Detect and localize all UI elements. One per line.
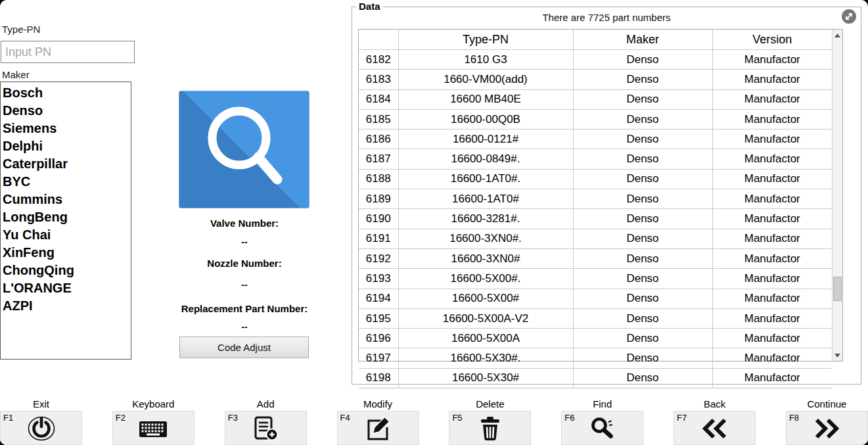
maker-item[interactable]: Bosch [3,84,131,102]
find-label: Find [593,398,612,411]
version-cell: Manufactor [712,348,832,368]
version-cell: Manufactor [712,149,832,169]
forward-chevrons-icon [787,414,867,443]
table-row[interactable]: 618416600 MB40EDensoManufactor [359,89,832,109]
table-row[interactable]: 619216600-3XN0#DensoManufactor [359,248,832,268]
maker-item[interactable]: ChongQing [3,262,131,279]
version-cell: Manufactor [712,329,832,348]
table-row[interactable]: 619616600-5X00ADensoManufactor [359,329,832,348]
maker-item[interactable]: XinFeng [3,244,131,262]
continue-label: Continue [807,398,846,411]
version-cell: Manufactor [712,129,832,149]
maker-item[interactable]: AZPI [3,297,131,315]
column-header[interactable]: Maker [573,30,712,50]
expand-button[interactable] [840,9,857,26]
code-adjust-button[interactable]: Code Adjust [179,337,309,358]
type-pn-cell: 16600-5X30#. [398,348,573,368]
part-number-input[interactable] [1,41,135,63]
table-row[interactable]: 619716600-5X30#.DensoManufactor [359,348,832,368]
maker-cell: Denso [573,169,712,189]
version-cell: Manufactor [712,189,832,209]
row-index-cell: 6182 [359,50,398,70]
table-row[interactable]: 618816600-1AT0#.DensoManufactor [359,169,832,189]
toolbar-item-modify: Modify F4 [337,398,419,445]
maker-item[interactable]: LongBeng [3,208,131,226]
row-index-cell: 6187 [359,149,398,169]
table-row[interactable]: 618916600-1AT0#DensoManufactor [359,189,832,209]
version-cell: Manufactor [712,109,832,129]
table-row[interactable]: 619416600-5X00#DensoManufactor [359,289,832,308]
table-row[interactable]: 618716600-0849#.DensoManufactor [359,149,832,169]
part-count-text: There are 7725 part numbers [352,12,861,23]
continue-button[interactable]: F8 [786,411,868,445]
table-row[interactable]: 61831660-VM00(add)DensoManufactor [359,70,832,89]
row-index-cell: 6193 [359,269,398,289]
row-index-cell: 6192 [359,248,398,268]
trash-icon [449,414,530,443]
maker-item[interactable]: BYC [3,173,131,191]
row-index-cell: 6198 [359,368,398,388]
maker-item[interactable]: Yu Chai [3,226,131,244]
type-pn-cell: 1660-VM00(add) [398,70,573,89]
toolbar-item-continue: Continue F8 [786,398,868,445]
maker-cell: Denso [573,50,712,70]
column-header[interactable] [359,30,398,50]
table-row[interactable]: 618516600-00Q0BDensoManufactor [359,109,832,129]
delete-button[interactable]: F5 [449,411,531,445]
maker-cell: Denso [573,248,712,268]
table-row[interactable]: 619016600-3281#.DensoManufactor [359,209,832,229]
add-button[interactable]: F3 [225,411,307,445]
valve-number-value: -- [166,237,323,247]
table-row[interactable]: 619816600-5X30#DensoManufactor [359,368,832,388]
table-scrollbar[interactable] [832,30,842,361]
search-button[interactable] [179,91,309,208]
keyboard-icon [113,414,194,443]
maker-cell: Denso [573,269,712,289]
exit-label: Exit [33,398,49,411]
keyboard-button[interactable]: F2 [112,411,194,445]
table-row[interactable]: 619516600-5X00A-V2DensoManufactor [359,308,832,328]
replacement-part-label: Replacement Part Number: [166,303,323,314]
version-cell: Manufactor [712,50,832,70]
back-button[interactable]: F7 [674,411,756,445]
maker-item[interactable]: Delphi [3,137,131,155]
table-row[interactable]: 619316600-5X00#.DensoManufactor [359,269,832,289]
expand-icon [841,16,857,26]
version-cell: Manufactor [712,289,832,308]
type-pn-cell: 16600-1AT0#. [398,169,573,189]
maker-label: Maker [2,69,30,80]
scrollbar-thumb[interactable] [833,277,842,301]
maker-cell: Denso [573,109,712,129]
column-header[interactable]: Type-PN [398,30,573,50]
maker-item[interactable]: L'ORANGE [3,279,131,297]
table-row[interactable]: 619116600-3XN0#.DensoManufactor [359,229,832,248]
column-header[interactable]: Version [712,30,832,50]
type-pn-cell: 16600-1AT0# [398,189,573,209]
scroll-down-arrow[interactable] [833,350,842,361]
back-label: Back [704,398,725,411]
delete-label: Delete [476,398,504,411]
maker-item[interactable]: Denso [3,102,131,120]
scroll-up-arrow[interactable] [833,30,842,41]
exit-button[interactable]: F1 [0,411,82,445]
add-list-icon [225,414,306,443]
maker-item[interactable]: Siemens [3,120,131,137]
app-window: Type-PN Maker BoschDensoSiemensDelphiCat… [0,0,868,445]
version-cell: Manufactor [712,169,832,189]
table-row[interactable]: 618616600-0121#DensoManufactor [359,129,832,149]
table-body: 61821610 G3DensoManufactor61831660-VM00(… [359,50,832,388]
type-pn-cell: 16600-5X00A [398,329,573,348]
table-row[interactable]: 61821610 G3DensoManufactor [359,50,832,70]
maker-item[interactable]: Cummins [3,191,131,208]
maker-cell: Denso [573,229,712,248]
maker-list[interactable]: BoschDensoSiemensDelphiCaterpillarBYCCum… [0,82,131,360]
modify-button[interactable]: F4 [337,411,419,445]
maker-item[interactable]: Caterpillar [3,155,131,173]
find-button[interactable]: F6 [561,411,643,445]
row-index-cell: 6196 [359,329,398,348]
type-pn-cell: 16600-5X00# [398,289,573,308]
edit-icon [338,414,419,443]
modify-label: Modify [363,398,392,411]
data-group-label: Data [356,1,383,12]
maker-cell: Denso [573,149,712,169]
